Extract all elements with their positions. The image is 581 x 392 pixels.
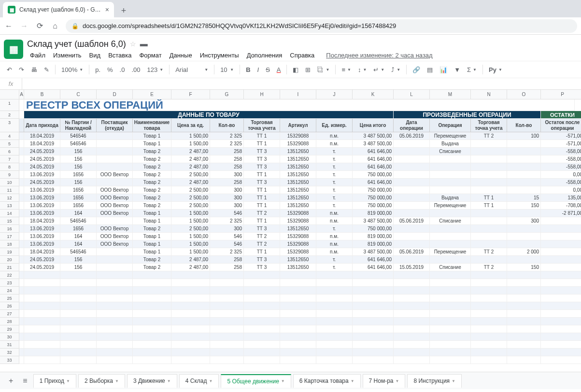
cell[interactable]: Товар 2 (133, 155, 171, 163)
cell[interactable] (171, 318, 210, 325)
cell[interactable] (280, 333, 316, 341)
cell[interactable] (430, 210, 471, 217)
cell[interactable] (19, 148, 24, 155)
cell[interactable] (316, 341, 353, 349)
cell[interactable]: Товар 1 (133, 240, 171, 248)
cell[interactable]: т. (316, 202, 353, 210)
cell[interactable]: 300 (210, 171, 244, 179)
cell[interactable]: 13512650 (280, 179, 316, 186)
cell[interactable] (19, 240, 24, 248)
cell[interactable] (507, 287, 541, 294)
home-button[interactable]: ⌂ (50, 21, 60, 31)
cell[interactable] (24, 302, 60, 310)
halign-button[interactable]: ≡▼ (339, 64, 354, 75)
reload-button[interactable]: ⟳ (35, 21, 44, 31)
cell[interactable] (471, 210, 507, 217)
cell[interactable] (24, 349, 60, 356)
cell[interactable] (19, 171, 24, 179)
last-edit-link[interactable]: Последнее изменение: 2 часа назад (323, 51, 435, 60)
cell[interactable]: 1656 (60, 171, 97, 179)
cell[interactable]: 13.06.2019 (24, 194, 60, 202)
cell[interactable]: 13512650 (280, 148, 316, 155)
cell[interactable] (394, 279, 430, 287)
cell[interactable]: 18.04.2019 (24, 132, 60, 140)
cell[interactable] (430, 287, 471, 294)
cell[interactable]: 156 (60, 264, 97, 271)
cell[interactable]: 05.06.2019 (394, 217, 430, 225)
cell[interactable]: ООО Вектор (97, 210, 133, 217)
cell[interactable]: 18.04.2019 (24, 248, 60, 256)
cell[interactable] (316, 302, 353, 310)
cell[interactable]: т. (316, 179, 353, 186)
cell[interactable] (394, 333, 430, 341)
cell[interactable]: Перемещение (430, 202, 471, 210)
cell[interactable] (471, 140, 507, 148)
cell[interactable] (19, 233, 24, 240)
row-header[interactable]: 33 (0, 356, 19, 364)
cell[interactable]: 1656 (60, 194, 97, 202)
col-header-F[interactable]: F (171, 90, 210, 99)
cell[interactable] (19, 155, 24, 163)
select-all-corner[interactable] (0, 90, 19, 99)
cell[interactable]: Остаток после операции (541, 119, 581, 132)
cell[interactable]: 13.06.2019 (24, 171, 60, 179)
cell[interactable]: п.м. (316, 217, 353, 225)
row-header[interactable]: 26 (0, 302, 19, 310)
row-header[interactable]: 21 (0, 264, 19, 271)
menu-tools[interactable]: Инструменты (197, 51, 242, 60)
cell[interactable]: 546 (210, 240, 244, 248)
filter-button[interactable]: ▼ (451, 64, 463, 75)
cell[interactable] (471, 240, 507, 248)
cell[interactable]: 13.06.2019 (24, 233, 60, 240)
cell[interactable] (541, 310, 581, 318)
cell[interactable] (97, 341, 133, 349)
cell[interactable]: -558,00 (541, 163, 581, 171)
cell[interactable] (244, 318, 280, 325)
print-button[interactable]: 🖶 (28, 64, 40, 75)
cell[interactable] (394, 179, 430, 186)
col-header-O[interactable]: O (507, 90, 541, 99)
cell[interactable]: 15329088 (280, 210, 316, 217)
row-header[interactable]: 4 (0, 132, 19, 140)
cell[interactable] (353, 310, 394, 318)
cell[interactable] (394, 163, 430, 171)
menu-view[interactable]: Вид (86, 51, 104, 60)
cell[interactable] (471, 155, 507, 163)
cell[interactable] (471, 179, 507, 186)
cell[interactable] (244, 287, 280, 294)
cell[interactable]: 2 487,00 (171, 264, 210, 271)
browser-tab[interactable]: ▦ Склад учет (шаблон 6,0) - Goog × (3, 2, 114, 17)
col-header-H[interactable]: H (244, 90, 280, 99)
cell[interactable] (507, 210, 541, 217)
cell[interactable] (471, 341, 507, 349)
cell[interactable] (541, 279, 581, 287)
cell[interactable] (507, 225, 541, 233)
cell[interactable] (430, 233, 471, 240)
more-formats-button[interactable]: 123▼ (144, 64, 167, 75)
cell[interactable]: ООО Вектор (97, 171, 133, 179)
cell[interactable] (19, 111, 24, 119)
menu-format[interactable]: Формат (136, 51, 164, 60)
cell[interactable]: ТТ 3 (244, 148, 280, 155)
cell[interactable]: 1 500,00 (171, 132, 210, 140)
cell[interactable] (133, 341, 171, 349)
row-header[interactable]: 16 (0, 225, 19, 233)
cell[interactable] (394, 186, 430, 194)
cell[interactable]: Списание (430, 148, 471, 155)
cell[interactable] (541, 333, 581, 341)
cell[interactable]: Ед. измер. (316, 119, 353, 132)
cell[interactable] (507, 279, 541, 287)
cell[interactable] (19, 163, 24, 171)
cell[interactable]: ТТ 2 (471, 264, 507, 271)
cell[interactable]: п.м. (316, 233, 353, 240)
fill-color-button[interactable]: ◧ (290, 64, 301, 75)
cell[interactable]: 2 500,00 (171, 225, 210, 233)
cell[interactable] (471, 356, 507, 364)
cell[interactable]: ТТ 3 (244, 264, 280, 271)
cell[interactable]: ТТ 2 (244, 210, 280, 217)
cell[interactable]: Товар 1 (133, 233, 171, 240)
url-bar[interactable]: 🔒 docs.google.com/spreadsheets/d/1GM2N27… (66, 19, 577, 33)
cell[interactable]: Торговая точка учета (244, 119, 280, 132)
cell[interactable] (394, 318, 430, 325)
cell[interactable] (430, 186, 471, 194)
